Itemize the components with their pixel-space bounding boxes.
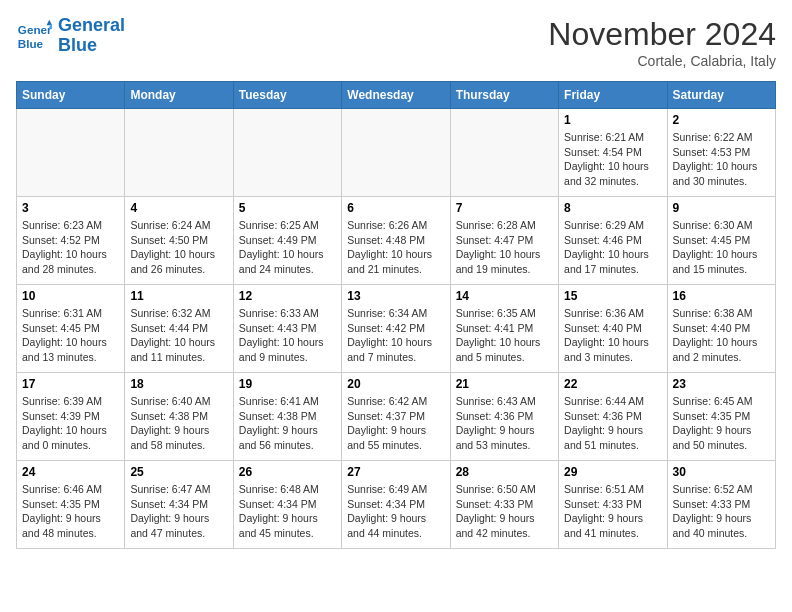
calendar-day-cell: 22Sunrise: 6:44 AM Sunset: 4:36 PM Dayli… xyxy=(559,373,667,461)
day-info: Sunrise: 6:43 AM Sunset: 4:36 PM Dayligh… xyxy=(456,394,553,453)
day-number: 1 xyxy=(564,113,661,127)
calendar-week-5: 24Sunrise: 6:46 AM Sunset: 4:35 PM Dayli… xyxy=(17,461,776,549)
day-number: 18 xyxy=(130,377,227,391)
calendar-day-cell: 29Sunrise: 6:51 AM Sunset: 4:33 PM Dayli… xyxy=(559,461,667,549)
day-info: Sunrise: 6:31 AM Sunset: 4:45 PM Dayligh… xyxy=(22,306,119,365)
day-info: Sunrise: 6:24 AM Sunset: 4:50 PM Dayligh… xyxy=(130,218,227,277)
day-number: 27 xyxy=(347,465,444,479)
day-number: 23 xyxy=(673,377,770,391)
calendar-day-cell: 3Sunrise: 6:23 AM Sunset: 4:52 PM Daylig… xyxy=(17,197,125,285)
day-number: 28 xyxy=(456,465,553,479)
day-number: 22 xyxy=(564,377,661,391)
day-info: Sunrise: 6:32 AM Sunset: 4:44 PM Dayligh… xyxy=(130,306,227,365)
calendar-day-cell: 14Sunrise: 6:35 AM Sunset: 4:41 PM Dayli… xyxy=(450,285,558,373)
weekday-header-friday: Friday xyxy=(559,82,667,109)
calendar-day-cell: 27Sunrise: 6:49 AM Sunset: 4:34 PM Dayli… xyxy=(342,461,450,549)
calendar-day-cell: 20Sunrise: 6:42 AM Sunset: 4:37 PM Dayli… xyxy=(342,373,450,461)
day-number: 5 xyxy=(239,201,336,215)
day-info: Sunrise: 6:49 AM Sunset: 4:34 PM Dayligh… xyxy=(347,482,444,541)
day-info: Sunrise: 6:34 AM Sunset: 4:42 PM Dayligh… xyxy=(347,306,444,365)
calendar-week-1: 1Sunrise: 6:21 AM Sunset: 4:54 PM Daylig… xyxy=(17,109,776,197)
day-number: 6 xyxy=(347,201,444,215)
day-number: 24 xyxy=(22,465,119,479)
day-info: Sunrise: 6:44 AM Sunset: 4:36 PM Dayligh… xyxy=(564,394,661,453)
day-number: 17 xyxy=(22,377,119,391)
day-info: Sunrise: 6:30 AM Sunset: 4:45 PM Dayligh… xyxy=(673,218,770,277)
day-info: Sunrise: 6:41 AM Sunset: 4:38 PM Dayligh… xyxy=(239,394,336,453)
day-number: 30 xyxy=(673,465,770,479)
day-info: Sunrise: 6:21 AM Sunset: 4:54 PM Dayligh… xyxy=(564,130,661,189)
calendar-day-cell: 24Sunrise: 6:46 AM Sunset: 4:35 PM Dayli… xyxy=(17,461,125,549)
calendar-week-4: 17Sunrise: 6:39 AM Sunset: 4:39 PM Dayli… xyxy=(17,373,776,461)
calendar-day-cell: 1Sunrise: 6:21 AM Sunset: 4:54 PM Daylig… xyxy=(559,109,667,197)
day-info: Sunrise: 6:40 AM Sunset: 4:38 PM Dayligh… xyxy=(130,394,227,453)
day-info: Sunrise: 6:33 AM Sunset: 4:43 PM Dayligh… xyxy=(239,306,336,365)
day-number: 10 xyxy=(22,289,119,303)
day-number: 15 xyxy=(564,289,661,303)
calendar-day-cell: 26Sunrise: 6:48 AM Sunset: 4:34 PM Dayli… xyxy=(233,461,341,549)
day-number: 12 xyxy=(239,289,336,303)
calendar-day-cell: 8Sunrise: 6:29 AM Sunset: 4:46 PM Daylig… xyxy=(559,197,667,285)
day-number: 2 xyxy=(673,113,770,127)
day-info: Sunrise: 6:52 AM Sunset: 4:33 PM Dayligh… xyxy=(673,482,770,541)
day-info: Sunrise: 6:26 AM Sunset: 4:48 PM Dayligh… xyxy=(347,218,444,277)
day-number: 20 xyxy=(347,377,444,391)
day-info: Sunrise: 6:50 AM Sunset: 4:33 PM Dayligh… xyxy=(456,482,553,541)
day-number: 16 xyxy=(673,289,770,303)
day-info: Sunrise: 6:29 AM Sunset: 4:46 PM Dayligh… xyxy=(564,218,661,277)
svg-text:Blue: Blue xyxy=(18,36,44,49)
month-title: November 2024 xyxy=(548,16,776,53)
weekday-header-thursday: Thursday xyxy=(450,82,558,109)
day-number: 29 xyxy=(564,465,661,479)
location-subtitle: Cortale, Calabria, Italy xyxy=(548,53,776,69)
day-info: Sunrise: 6:47 AM Sunset: 4:34 PM Dayligh… xyxy=(130,482,227,541)
day-number: 26 xyxy=(239,465,336,479)
calendar-day-cell: 16Sunrise: 6:38 AM Sunset: 4:40 PM Dayli… xyxy=(667,285,775,373)
calendar-day-cell: 5Sunrise: 6:25 AM Sunset: 4:49 PM Daylig… xyxy=(233,197,341,285)
day-number: 19 xyxy=(239,377,336,391)
calendar-day-cell: 21Sunrise: 6:43 AM Sunset: 4:36 PM Dayli… xyxy=(450,373,558,461)
calendar-week-2: 3Sunrise: 6:23 AM Sunset: 4:52 PM Daylig… xyxy=(17,197,776,285)
day-number: 25 xyxy=(130,465,227,479)
calendar-day-cell: 12Sunrise: 6:33 AM Sunset: 4:43 PM Dayli… xyxy=(233,285,341,373)
logo-text: General Blue xyxy=(58,16,125,56)
day-info: Sunrise: 6:48 AM Sunset: 4:34 PM Dayligh… xyxy=(239,482,336,541)
logo-icon: General Blue xyxy=(16,18,52,54)
day-info: Sunrise: 6:35 AM Sunset: 4:41 PM Dayligh… xyxy=(456,306,553,365)
calendar-day-cell: 9Sunrise: 6:30 AM Sunset: 4:45 PM Daylig… xyxy=(667,197,775,285)
calendar-day-cell: 28Sunrise: 6:50 AM Sunset: 4:33 PM Dayli… xyxy=(450,461,558,549)
calendar-day-cell xyxy=(17,109,125,197)
calendar-day-cell: 19Sunrise: 6:41 AM Sunset: 4:38 PM Dayli… xyxy=(233,373,341,461)
calendar-day-cell: 2Sunrise: 6:22 AM Sunset: 4:53 PM Daylig… xyxy=(667,109,775,197)
page-header: General Blue General Blue November 2024 … xyxy=(16,16,776,69)
day-number: 11 xyxy=(130,289,227,303)
weekday-header-tuesday: Tuesday xyxy=(233,82,341,109)
calendar-day-cell: 11Sunrise: 6:32 AM Sunset: 4:44 PM Dayli… xyxy=(125,285,233,373)
weekday-header-monday: Monday xyxy=(125,82,233,109)
calendar-day-cell: 7Sunrise: 6:28 AM Sunset: 4:47 PM Daylig… xyxy=(450,197,558,285)
day-info: Sunrise: 6:23 AM Sunset: 4:52 PM Dayligh… xyxy=(22,218,119,277)
calendar-day-cell: 18Sunrise: 6:40 AM Sunset: 4:38 PM Dayli… xyxy=(125,373,233,461)
calendar-day-cell xyxy=(233,109,341,197)
day-info: Sunrise: 6:39 AM Sunset: 4:39 PM Dayligh… xyxy=(22,394,119,453)
weekday-header-sunday: Sunday xyxy=(17,82,125,109)
day-info: Sunrise: 6:45 AM Sunset: 4:35 PM Dayligh… xyxy=(673,394,770,453)
day-info: Sunrise: 6:22 AM Sunset: 4:53 PM Dayligh… xyxy=(673,130,770,189)
day-info: Sunrise: 6:51 AM Sunset: 4:33 PM Dayligh… xyxy=(564,482,661,541)
day-info: Sunrise: 6:46 AM Sunset: 4:35 PM Dayligh… xyxy=(22,482,119,541)
day-number: 3 xyxy=(22,201,119,215)
day-number: 13 xyxy=(347,289,444,303)
day-number: 9 xyxy=(673,201,770,215)
weekday-header-wednesday: Wednesday xyxy=(342,82,450,109)
calendar-header-row: SundayMondayTuesdayWednesdayThursdayFrid… xyxy=(17,82,776,109)
calendar-day-cell: 6Sunrise: 6:26 AM Sunset: 4:48 PM Daylig… xyxy=(342,197,450,285)
day-info: Sunrise: 6:28 AM Sunset: 4:47 PM Dayligh… xyxy=(456,218,553,277)
day-number: 8 xyxy=(564,201,661,215)
day-number: 21 xyxy=(456,377,553,391)
calendar-day-cell: 30Sunrise: 6:52 AM Sunset: 4:33 PM Dayli… xyxy=(667,461,775,549)
calendar-table: SundayMondayTuesdayWednesdayThursdayFrid… xyxy=(16,81,776,549)
calendar-day-cell xyxy=(450,109,558,197)
day-info: Sunrise: 6:25 AM Sunset: 4:49 PM Dayligh… xyxy=(239,218,336,277)
calendar-day-cell: 23Sunrise: 6:45 AM Sunset: 4:35 PM Dayli… xyxy=(667,373,775,461)
day-number: 4 xyxy=(130,201,227,215)
